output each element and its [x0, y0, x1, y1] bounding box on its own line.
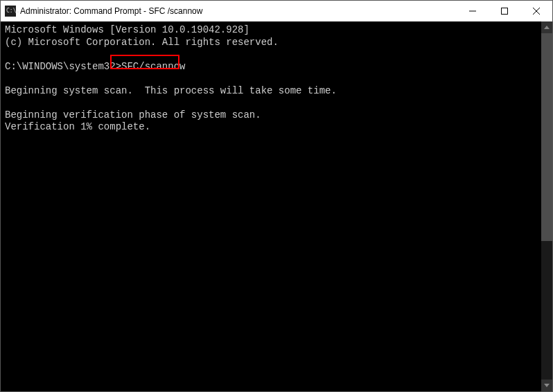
window-title: Administrator: Command Prompt - SFC /sca… [20, 6, 457, 16]
svg-rect-1 [502, 8, 508, 15]
scan-begin-msg: Beginning system scan. This process will… [5, 85, 337, 96]
window-controls [457, 1, 552, 21]
titlebar: C:\. Administrator: Command Prompt - SFC… [1, 1, 552, 21]
maximize-button[interactable] [489, 1, 520, 21]
command-text: SFC/scannow [121, 61, 185, 72]
verification-phase-msg: Beginning verification phase of system s… [5, 109, 261, 121]
scroll-track[interactable] [541, 33, 552, 380]
scroll-up-arrow[interactable] [541, 21, 552, 33]
close-button[interactable] [520, 1, 552, 21]
svg-marker-4 [544, 26, 550, 29]
scrollbar[interactable] [541, 21, 552, 391]
copyright: (c) Microsoft Corporation. All rights re… [5, 37, 279, 48]
os-version: Microsoft Windows [Version 10.0.19042.92… [5, 24, 249, 35]
minimize-button[interactable] [457, 1, 489, 21]
scroll-down-arrow[interactable] [541, 380, 552, 391]
scroll-thumb[interactable] [541, 33, 552, 241]
prompt-prefix: C:\WINDOWS\system32> [5, 61, 121, 72]
terminal-output: Microsoft Windows [Version 10.0.19042.92… [1, 21, 541, 391]
cmd-icon: C:\. [5, 6, 16, 17]
verification-progress: Verification 1% complete. [5, 121, 150, 132]
terminal-area[interactable]: Microsoft Windows [Version 10.0.19042.92… [1, 21, 552, 391]
svg-marker-5 [544, 384, 550, 387]
